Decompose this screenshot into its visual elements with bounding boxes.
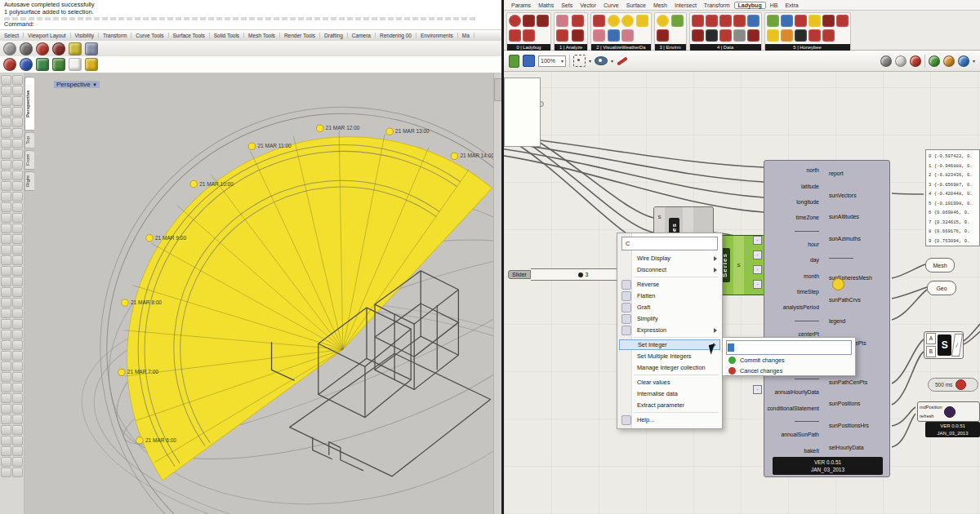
input-analysisPeriod[interactable]: analysisPeriod bbox=[783, 304, 819, 310]
ribbon-icon[interactable] bbox=[795, 29, 807, 42]
tool-icon[interactable] bbox=[12, 139, 23, 148]
menu-item-simplify[interactable]: Simplify bbox=[619, 313, 720, 324]
zui-expand-button[interactable]: - bbox=[753, 236, 762, 245]
tool-icon[interactable] bbox=[12, 171, 23, 180]
tool-icon[interactable] bbox=[1, 351, 11, 361]
tool-icon[interactable] bbox=[1, 308, 11, 318]
tool-icon[interactable] bbox=[12, 330, 23, 339]
ribbon-icon[interactable] bbox=[822, 15, 835, 27]
tool-icon[interactable] bbox=[12, 160, 23, 170]
save-icon[interactable] bbox=[523, 55, 535, 67]
view-tab-front[interactable]: Front bbox=[24, 150, 34, 170]
ribbon-icon[interactable] bbox=[767, 29, 779, 42]
tool-icon[interactable] bbox=[12, 319, 23, 329]
rhino-tab-drafting[interactable]: Drafting bbox=[320, 33, 348, 38]
input-latitude[interactable]: latitude bbox=[801, 184, 819, 189]
ladybug-small-component[interactable]: mdPositionrefresh bbox=[917, 401, 980, 422]
zui-expand-button[interactable]: - bbox=[753, 385, 762, 394]
tool-icon[interactable] bbox=[12, 425, 23, 435]
tool-icon[interactable] bbox=[12, 181, 23, 191]
ribbon-icon[interactable] bbox=[781, 15, 793, 27]
menu-item-set-multiple-integers[interactable]: Set Multiple Integers bbox=[619, 351, 720, 361]
input-bakeIt[interactable]: bakeIt bbox=[804, 448, 819, 454]
list-item-component[interactable]: A B S / bbox=[924, 331, 964, 359]
output-report[interactable]: report bbox=[829, 171, 844, 176]
tool-icon[interactable] bbox=[1, 330, 11, 339]
tool-icon[interactable] bbox=[12, 75, 23, 85]
tool-icon[interactable] bbox=[12, 149, 23, 159]
tool-icon[interactable] bbox=[12, 128, 23, 138]
tool-icon[interactable] bbox=[1, 224, 11, 233]
ribbon-icon[interactable] bbox=[657, 15, 669, 27]
view-tab-perspective[interactable]: Perspective bbox=[24, 77, 34, 131]
clock-icon[interactable] bbox=[895, 55, 906, 67]
slider-track[interactable]: 3 bbox=[531, 268, 622, 281]
gh-tab-extra[interactable]: Extra bbox=[782, 2, 801, 8]
output-legend[interactable]: legend bbox=[829, 318, 845, 324]
ribbon-icon[interactable] bbox=[671, 15, 684, 27]
tool-icon[interactable] bbox=[12, 436, 23, 445]
tool-icon[interactable] bbox=[12, 255, 23, 265]
tool-icon[interactable] bbox=[1, 404, 11, 414]
tool-icon[interactable] bbox=[1, 340, 11, 350]
commit-changes-item[interactable]: Commit changes bbox=[726, 355, 852, 366]
ribbon-icon[interactable] bbox=[706, 29, 718, 42]
menu-item-clear-values[interactable]: Clear values bbox=[619, 377, 720, 388]
ribbon-icon[interactable] bbox=[822, 29, 835, 42]
sphere-red-icon[interactable] bbox=[36, 42, 49, 55]
tool-icon[interactable] bbox=[1, 266, 11, 276]
sphere-blue-icon[interactable] bbox=[20, 58, 33, 71]
tool-icon[interactable] bbox=[12, 446, 23, 456]
ribbon-icon[interactable] bbox=[733, 29, 746, 42]
gh-tab-ladybug[interactable]: Ladybug bbox=[734, 2, 766, 9]
sphere-red-icon[interactable] bbox=[3, 58, 16, 71]
viewport-title[interactable]: Perspective ▼ bbox=[54, 81, 100, 88]
rhino-tab-ma[interactable]: Ma bbox=[458, 33, 474, 38]
tool-icon[interactable] bbox=[1, 467, 11, 477]
blue-preview-icon[interactable] bbox=[958, 55, 969, 67]
tool-icon[interactable] bbox=[1, 425, 11, 435]
chevron-down-icon[interactable]: ▾ bbox=[611, 58, 613, 64]
ribbon-icon[interactable] bbox=[572, 29, 584, 42]
shield-green-icon[interactable] bbox=[36, 58, 49, 71]
input-annualSunPath[interactable]: annualSunPath bbox=[781, 432, 819, 437]
input-month[interactable]: month bbox=[804, 273, 819, 279]
sketch-pencil-icon[interactable] bbox=[617, 56, 628, 65]
chevron-down-icon[interactable]: ▾ bbox=[589, 58, 591, 64]
tool-icon[interactable] bbox=[1, 117, 11, 127]
tool-icon[interactable] bbox=[1, 75, 11, 85]
output-sunPositionsHrs[interactable]: sunPositionsHrs bbox=[829, 423, 869, 428]
tool-icon[interactable] bbox=[1, 234, 11, 244]
ribbon-icon[interactable] bbox=[733, 15, 746, 27]
tool-icon[interactable] bbox=[1, 436, 11, 445]
preview-eye-icon[interactable] bbox=[595, 56, 608, 65]
sphere-gray-icon[interactable] bbox=[3, 42, 16, 55]
ribbon-icon[interactable] bbox=[593, 29, 605, 42]
ribbon-icon[interactable] bbox=[781, 29, 793, 42]
input-timeZone[interactable]: timeZone bbox=[796, 215, 819, 220]
tool-icon[interactable] bbox=[12, 213, 23, 223]
gh-tab-mesh[interactable]: Mesh bbox=[650, 2, 670, 8]
command-area[interactable]: Autosave completed successfully 1 polysu… bbox=[0, 0, 501, 30]
menu-item-expression[interactable]: Expression bbox=[619, 325, 720, 335]
view-tab-right[interactable]: Right bbox=[24, 171, 34, 191]
ribbon-icon[interactable] bbox=[692, 29, 704, 42]
gh-tab-params[interactable]: Params bbox=[508, 2, 534, 8]
output-sunAzimuths[interactable]: sunAzimuths bbox=[829, 236, 861, 241]
orange-preview-icon[interactable] bbox=[943, 55, 955, 67]
zoom-level-select[interactable]: 100% ▾ bbox=[538, 55, 566, 67]
tool-icon[interactable] bbox=[12, 383, 23, 392]
green-preview-icon[interactable] bbox=[929, 55, 940, 67]
mesh-param-capsule[interactable]: Mesh bbox=[925, 258, 955, 273]
new-document-icon[interactable] bbox=[509, 55, 519, 68]
menu-item-help-[interactable]: Help... bbox=[619, 414, 720, 425]
ribbon-icon[interactable] bbox=[719, 15, 732, 27]
tool-icon[interactable] bbox=[12, 340, 23, 350]
ribbon-icon[interactable] bbox=[808, 29, 821, 42]
view-tab-top[interactable]: Top bbox=[24, 132, 34, 148]
ribbon-icon[interactable] bbox=[706, 15, 718, 27]
rhino-tab-select[interactable]: Select bbox=[0, 33, 24, 38]
rhino-tab-visibility[interactable]: Visibility bbox=[71, 33, 99, 38]
ribbon-icon[interactable] bbox=[719, 29, 732, 42]
tool-icon[interactable] bbox=[12, 467, 23, 477]
